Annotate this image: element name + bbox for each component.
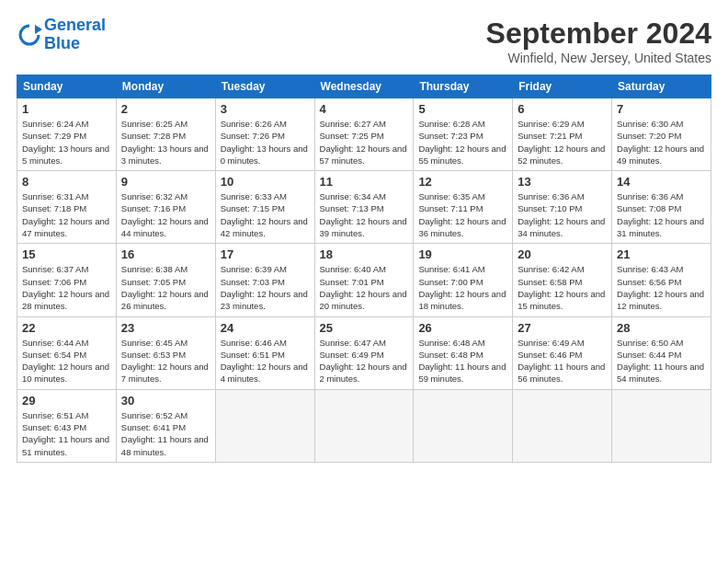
table-row: 27 Sunrise: 6:49 AMSunset: 6:46 PMDaylig…: [513, 316, 612, 389]
col-wednesday: Wednesday: [314, 75, 414, 98]
day-number: 13: [518, 175, 607, 189]
col-monday: Monday: [116, 75, 215, 98]
table-row: 19 Sunrise: 6:41 AMSunset: 7:00 PMDaylig…: [414, 244, 513, 316]
col-tuesday: Tuesday: [215, 75, 314, 98]
day-number: 9: [121, 175, 210, 189]
day-info: Sunrise: 6:49 AMSunset: 6:46 PMDaylight:…: [518, 337, 607, 385]
day-number: 6: [518, 102, 607, 116]
table-row: 16 Sunrise: 6:38 AMSunset: 7:05 PMDaylig…: [116, 244, 215, 316]
calendar-week-row: 1 Sunrise: 6:24 AMSunset: 7:29 PMDayligh…: [17, 98, 711, 171]
table-row: 20 Sunrise: 6:42 AMSunset: 6:58 PMDaylig…: [513, 244, 612, 316]
day-info: Sunrise: 6:34 AMSunset: 7:13 PMDaylight:…: [320, 190, 409, 239]
table-row: 1 Sunrise: 6:24 AMSunset: 7:29 PMDayligh…: [17, 98, 117, 171]
logo-text: General Blue: [44, 17, 106, 53]
day-number: 26: [418, 321, 507, 335]
day-info: Sunrise: 6:31 AMSunset: 7:18 PMDaylight:…: [22, 190, 111, 239]
table-row: 30 Sunrise: 6:52 AMSunset: 6:41 PMDaylig…: [116, 389, 215, 462]
calendar-week-row: 22 Sunrise: 6:44 AMSunset: 6:54 PMDaylig…: [17, 316, 711, 389]
day-info: Sunrise: 6:42 AMSunset: 6:58 PMDaylight:…: [518, 263, 607, 312]
day-info: Sunrise: 6:38 AMSunset: 7:05 PMDaylight:…: [121, 263, 210, 312]
table-row: 13 Sunrise: 6:36 AMSunset: 7:10 PMDaylig…: [513, 171, 612, 244]
header: General Blue September 2024 Winfield, Ne…: [17, 17, 711, 65]
day-number: 12: [418, 175, 507, 189]
table-row: 17 Sunrise: 6:39 AMSunset: 7:03 PMDaylig…: [215, 244, 314, 316]
table-row: 18 Sunrise: 6:40 AMSunset: 7:01 PMDaylig…: [314, 244, 414, 316]
table-row: 8 Sunrise: 6:31 AMSunset: 7:18 PMDayligh…: [17, 171, 117, 244]
day-info: Sunrise: 6:32 AMSunset: 7:16 PMDaylight:…: [121, 190, 210, 239]
col-thursday: Thursday: [414, 75, 513, 98]
table-row: 4 Sunrise: 6:27 AMSunset: 7:25 PMDayligh…: [314, 98, 414, 171]
logo-icon: [17, 22, 42, 48]
table-row: 14 Sunrise: 6:36 AMSunset: 7:08 PMDaylig…: [612, 171, 711, 244]
table-row: 23 Sunrise: 6:45 AMSunset: 6:53 PMDaylig…: [116, 316, 215, 389]
day-number: 29: [22, 394, 111, 408]
calendar-week-row: 8 Sunrise: 6:31 AMSunset: 7:18 PMDayligh…: [17, 171, 711, 244]
table-row: 26 Sunrise: 6:48 AMSunset: 6:48 PMDaylig…: [414, 316, 513, 389]
day-info: Sunrise: 6:50 AMSunset: 6:44 PMDaylight:…: [617, 337, 706, 385]
day-info: Sunrise: 6:43 AMSunset: 6:56 PMDaylight:…: [617, 263, 706, 312]
day-info: Sunrise: 6:28 AMSunset: 7:23 PMDaylight:…: [418, 118, 507, 167]
day-number: 4: [320, 102, 409, 116]
table-row: [612, 389, 711, 462]
day-number: 1: [22, 102, 111, 116]
day-info: Sunrise: 6:37 AMSunset: 7:06 PMDaylight:…: [22, 263, 111, 312]
day-info: Sunrise: 6:48 AMSunset: 6:48 PMDaylight:…: [418, 337, 507, 385]
table-row: 22 Sunrise: 6:44 AMSunset: 6:54 PMDaylig…: [17, 316, 117, 389]
table-row: 3 Sunrise: 6:26 AMSunset: 7:26 PMDayligh…: [215, 98, 314, 171]
day-number: 21: [617, 247, 706, 261]
table-row: 21 Sunrise: 6:43 AMSunset: 6:56 PMDaylig…: [612, 244, 711, 316]
day-number: 14: [617, 175, 706, 189]
day-info: Sunrise: 6:46 AMSunset: 6:51 PMDaylight:…: [221, 337, 310, 385]
col-friday: Friday: [513, 75, 612, 98]
day-info: Sunrise: 6:51 AMSunset: 6:43 PMDaylight:…: [22, 409, 111, 458]
day-info: Sunrise: 6:30 AMSunset: 7:20 PMDaylight:…: [617, 118, 706, 167]
day-info: Sunrise: 6:41 AMSunset: 7:00 PMDaylight:…: [418, 263, 507, 312]
day-number: 25: [320, 321, 409, 335]
table-row: 10 Sunrise: 6:33 AMSunset: 7:15 PMDaylig…: [215, 171, 314, 244]
table-row: [314, 389, 414, 462]
day-number: 5: [418, 102, 507, 116]
table-row: [215, 389, 314, 462]
table-row: 9 Sunrise: 6:32 AMSunset: 7:16 PMDayligh…: [116, 171, 215, 244]
table-row: 25 Sunrise: 6:47 AMSunset: 6:49 PMDaylig…: [314, 316, 414, 389]
day-info: Sunrise: 6:45 AMSunset: 6:53 PMDaylight:…: [121, 337, 210, 385]
day-number: 7: [617, 102, 706, 116]
location: Winfield, New Jersey, United States: [486, 51, 711, 65]
day-number: 2: [121, 102, 210, 116]
table-row: 24 Sunrise: 6:46 AMSunset: 6:51 PMDaylig…: [215, 316, 314, 389]
day-info: Sunrise: 6:36 AMSunset: 7:08 PMDaylight:…: [617, 190, 706, 239]
day-number: 8: [22, 175, 111, 189]
day-number: 28: [617, 321, 706, 335]
calendar: Sunday Monday Tuesday Wednesday Thursday…: [17, 75, 711, 463]
logo: General Blue: [17, 17, 106, 53]
calendar-header-row: Sunday Monday Tuesday Wednesday Thursday…: [17, 75, 711, 98]
day-number: 22: [22, 321, 111, 335]
table-row: 29 Sunrise: 6:51 AMSunset: 6:43 PMDaylig…: [17, 389, 117, 462]
title-area: September 2024 Winfield, New Jersey, Uni…: [486, 17, 711, 65]
day-info: Sunrise: 6:29 AMSunset: 7:21 PMDaylight:…: [518, 118, 607, 167]
calendar-week-row: 29 Sunrise: 6:51 AMSunset: 6:43 PMDaylig…: [17, 389, 711, 462]
table-row: 28 Sunrise: 6:50 AMSunset: 6:44 PMDaylig…: [612, 316, 711, 389]
day-info: Sunrise: 6:40 AMSunset: 7:01 PMDaylight:…: [320, 263, 409, 312]
day-number: 17: [221, 247, 310, 261]
day-info: Sunrise: 6:52 AMSunset: 6:41 PMDaylight:…: [121, 409, 210, 458]
day-info: Sunrise: 6:44 AMSunset: 6:54 PMDaylight:…: [22, 337, 111, 385]
table-row: 12 Sunrise: 6:35 AMSunset: 7:11 PMDaylig…: [414, 171, 513, 244]
day-number: 18: [320, 247, 409, 261]
table-row: 6 Sunrise: 6:29 AMSunset: 7:21 PMDayligh…: [513, 98, 612, 171]
day-number: 3: [221, 102, 310, 116]
calendar-week-row: 15 Sunrise: 6:37 AMSunset: 7:06 PMDaylig…: [17, 244, 711, 316]
day-info: Sunrise: 6:27 AMSunset: 7:25 PMDaylight:…: [320, 118, 409, 167]
table-row: 5 Sunrise: 6:28 AMSunset: 7:23 PMDayligh…: [414, 98, 513, 171]
day-number: 24: [221, 321, 310, 335]
day-number: 16: [121, 247, 210, 261]
day-info: Sunrise: 6:35 AMSunset: 7:11 PMDaylight:…: [418, 190, 507, 239]
table-row: [513, 389, 612, 462]
table-row: [414, 389, 513, 462]
day-number: 30: [121, 394, 210, 408]
day-info: Sunrise: 6:47 AMSunset: 6:49 PMDaylight:…: [320, 337, 409, 385]
day-number: 23: [121, 321, 210, 335]
table-row: 11 Sunrise: 6:34 AMSunset: 7:13 PMDaylig…: [314, 171, 414, 244]
day-info: Sunrise: 6:39 AMSunset: 7:03 PMDaylight:…: [221, 263, 310, 312]
month-title: September 2024: [486, 17, 711, 51]
